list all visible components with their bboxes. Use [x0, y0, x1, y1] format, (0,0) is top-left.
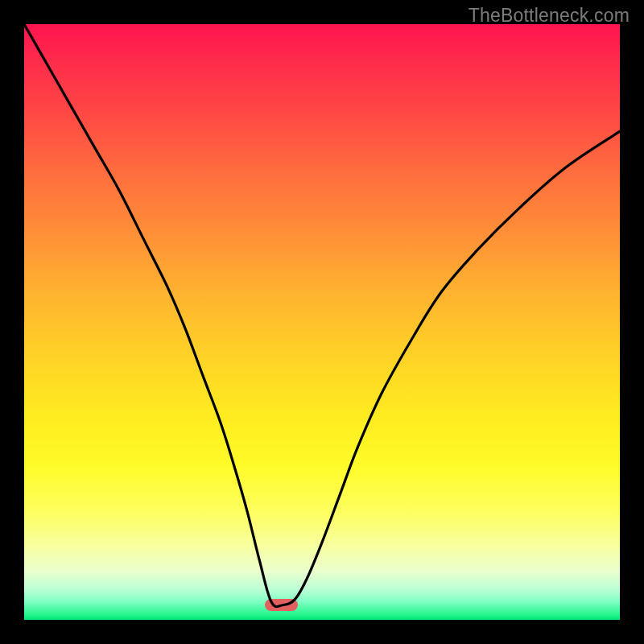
watermark-text: TheBottleneck.com: [469, 5, 630, 27]
bottleneck-curve: [24, 24, 620, 620]
plot-area: [24, 24, 620, 620]
